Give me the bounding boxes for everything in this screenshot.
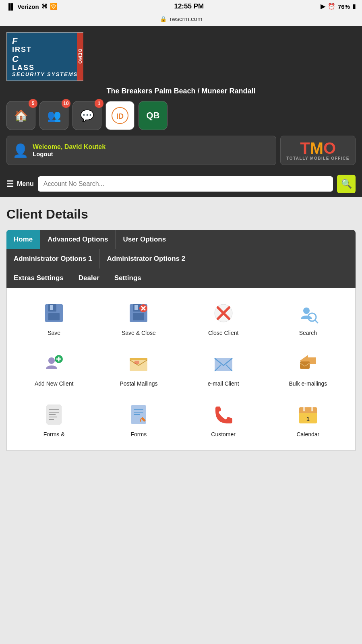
icon-grid: Save Save & Close xyxy=(15,296,347,442)
save-item[interactable]: Save xyxy=(15,296,93,341)
menu-bar: ☰ Menu 🔍 xyxy=(0,171,362,197)
welcome-text: Welcome, David Koutek xyxy=(33,143,105,151)
svg-point-16 xyxy=(303,308,310,314)
search-item[interactable]: Search xyxy=(269,296,347,341)
svg-rect-9 xyxy=(134,305,138,310)
tab-row-3: Extras Settings Dealer Settings xyxy=(6,268,356,288)
forms-and-item[interactable]: Forms & xyxy=(15,398,93,442)
id-icon-btn[interactable]: ID xyxy=(105,101,134,130)
save-close-icon xyxy=(126,300,151,326)
bulk-emailings-item[interactable]: Bulk e-mailings xyxy=(269,347,347,391)
page-title: Client Details xyxy=(6,207,356,222)
add-new-client-icon xyxy=(41,351,67,377)
status-left: ▐▌ Verizon ⌘️ 🛜 xyxy=(6,3,58,10)
signal-icon: ▐▌ xyxy=(6,3,15,10)
search-label: Search xyxy=(299,329,317,336)
id-icon: ID xyxy=(111,107,129,124)
customer-item[interactable]: Customer xyxy=(184,398,263,442)
close-client-icon xyxy=(211,300,236,326)
search-person-icon xyxy=(295,300,321,326)
save-label: Save xyxy=(48,329,60,336)
svg-rect-47 xyxy=(299,411,317,413)
url-text: rwscrm.com xyxy=(170,15,203,22)
close-client-label: Close Client xyxy=(208,329,238,336)
logo-box[interactable]: FIRSTCLASS SECURITY SYSTEMS DEMO xyxy=(6,32,83,81)
battery-percent: 76% xyxy=(338,3,350,10)
wifi-icon: ⌘️ xyxy=(41,3,48,10)
svg-text:ID: ID xyxy=(116,112,124,120)
tmo-subtitle: TOTALLY MOBILE OFFICE xyxy=(286,156,350,161)
home-icon: 🏠 xyxy=(14,109,28,122)
tab-admin-options-1[interactable]: Administrator Options 1 xyxy=(6,249,100,268)
carrier-name: Verizon xyxy=(17,3,39,10)
qb-icon-btn[interactable]: QB xyxy=(139,101,168,130)
customer-label: Customer xyxy=(211,431,236,438)
user-box[interactable]: 👤 Welcome, David Koutek Logout xyxy=(6,136,276,165)
email-client-label: e-mail Client xyxy=(208,380,239,387)
battery-icon: ▮ xyxy=(352,3,356,10)
svg-rect-5 xyxy=(50,305,53,310)
close-client-item[interactable]: Close Client xyxy=(184,296,263,341)
search-button[interactable]: 🔍 xyxy=(337,175,356,193)
menu-label: Menu xyxy=(17,180,34,188)
forms-and-icon xyxy=(41,402,67,427)
svg-rect-8 xyxy=(133,313,144,320)
menu-button[interactable]: ☰ Menu xyxy=(6,179,34,189)
calendar-item[interactable]: 1 Calendar xyxy=(269,398,347,442)
account-search-input[interactable] xyxy=(38,176,333,192)
tab-dealer[interactable]: Dealer xyxy=(71,268,107,288)
app-header: FIRSTCLASS SECURITY SYSTEMS DEMO The Bre… xyxy=(0,26,362,171)
svg-rect-27 xyxy=(134,361,139,364)
user-info: Welcome, David Koutek Logout xyxy=(33,143,105,157)
home-icon-btn[interactable]: 🏠 5 xyxy=(6,101,35,130)
tmo-m: M xyxy=(310,139,323,157)
chat-icon-btn[interactable]: 💬 1 xyxy=(72,101,101,130)
user-tmo-row: 👤 Welcome, David Koutek Logout TMO TOTAL… xyxy=(6,136,356,165)
postal-mailings-icon xyxy=(126,351,151,377)
email-client-item[interactable]: e-mail Client xyxy=(184,347,263,391)
add-new-client-item[interactable]: Add New Client xyxy=(15,347,93,391)
svg-line-18 xyxy=(315,320,318,323)
save-close-label: Save & Close xyxy=(122,329,156,336)
calendar-label: Calendar xyxy=(296,431,319,438)
postal-mailings-label: Postal Mailings xyxy=(120,380,157,387)
status-right: ▶ ⏰ 76% ▮ xyxy=(321,3,356,10)
customer-phone-icon xyxy=(211,402,236,427)
group-icon-btn[interactable]: 👥 10 xyxy=(39,101,68,130)
icon-grid-container: Save Save & Close xyxy=(6,288,356,451)
bulk-emailings-icon xyxy=(295,351,321,377)
logout-button[interactable]: Logout xyxy=(33,151,105,157)
tab-settings[interactable]: Settings xyxy=(107,268,149,288)
location-icon: ▶ xyxy=(321,3,325,10)
tab-row-2: Administrator Options 1 Administrator Op… xyxy=(6,249,356,268)
tab-user-options[interactable]: User Options xyxy=(116,230,173,249)
chat-badge: 1 xyxy=(95,99,103,108)
add-new-client-label: Add New Client xyxy=(35,380,74,387)
bulk-emailings-label: Bulk e-mailings xyxy=(289,380,327,387)
save-icon xyxy=(41,300,67,326)
tab-advanced-options[interactable]: Advanced Options xyxy=(40,230,116,249)
forms-and-label: Forms & xyxy=(43,431,65,438)
qb-icon: QB xyxy=(147,110,160,121)
demo-badge: DEMO xyxy=(77,33,83,80)
home-badge: 5 xyxy=(29,99,37,108)
url-bar: 🔒 rwscrm.com xyxy=(0,13,362,26)
forms-item[interactable]: Forms xyxy=(99,398,178,442)
group-icon: 👥 xyxy=(47,109,61,122)
chat-icon: 💬 xyxy=(80,109,94,122)
status-time: 12:55 PM xyxy=(174,2,204,10)
tab-extras-settings[interactable]: Extras Settings xyxy=(6,268,71,288)
group-badge: 10 xyxy=(62,99,70,108)
save-close-item[interactable]: Save & Close xyxy=(99,296,178,341)
search-icon: 🔍 xyxy=(341,179,352,189)
tab-admin-options-2[interactable]: Administrator Options 2 xyxy=(100,249,193,268)
svg-point-19 xyxy=(48,357,55,364)
main-content: Client Details Home Advanced Options Use… xyxy=(0,197,362,457)
tab-home[interactable]: Home xyxy=(6,230,40,249)
tmo-box[interactable]: TMO TOTALLY MOBILE OFFICE xyxy=(280,136,356,165)
wifi-symbol: 🛜 xyxy=(50,3,58,10)
logo-text: FIRSTCLASS SECURITY SYSTEMS xyxy=(12,36,78,77)
svg-rect-23 xyxy=(130,358,147,371)
status-bar: ▐▌ Verizon ⌘️ 🛜 12:55 PM ▶ ⏰ 76% ▮ xyxy=(0,0,362,13)
postal-mailings-item[interactable]: Postal Mailings xyxy=(99,347,178,391)
